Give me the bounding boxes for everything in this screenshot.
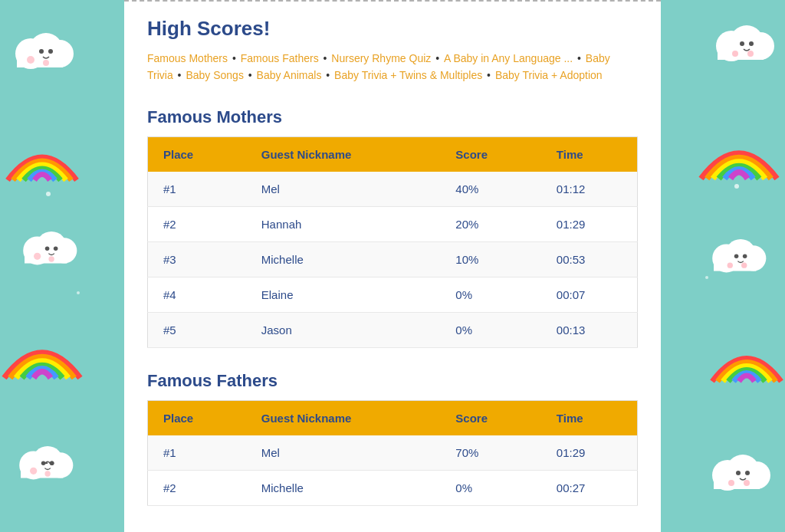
- famous-fathers-tbody: #1Mel70%01:29#2Michelle0%00:27: [148, 435, 638, 506]
- svg-point-16: [19, 451, 48, 479]
- svg-point-39: [743, 254, 747, 258]
- svg-point-30: [740, 41, 744, 46]
- svg-point-42: [712, 460, 743, 491]
- cell-nickname: Elaine: [246, 277, 441, 312]
- separator-7: •: [326, 69, 333, 81]
- svg-point-7: [48, 49, 53, 54]
- svg-point-47: [745, 471, 750, 475]
- cell-score: 40%: [440, 172, 541, 207]
- cell-time: 01:29: [541, 206, 638, 241]
- famous-mothers-title: Famous Mothers: [147, 107, 638, 127]
- separator-5: •: [178, 69, 185, 81]
- nav-link-nursery-rhyme[interactable]: Nursery Rhyme Quiz: [331, 52, 431, 64]
- svg-point-2: [46, 40, 74, 67]
- svg-rect-45: [714, 475, 760, 489]
- svg-rect-3: [17, 54, 63, 67]
- svg-point-26: [716, 31, 747, 61]
- cell-score: 70%: [440, 435, 541, 471]
- col-nickname-header: Guest Nickname: [246, 136, 441, 172]
- cell-nickname: Michelle: [246, 241, 441, 277]
- svg-point-27: [730, 25, 764, 59]
- svg-point-33: [747, 51, 754, 57]
- nav-link-famous-mothers[interactable]: Famous Mothers: [147, 52, 228, 64]
- nav-link-baby-language[interactable]: A Baby in Any Language ...: [444, 52, 573, 64]
- svg-point-1: [29, 33, 63, 67]
- table-row: #2Hannah20%01:29: [148, 206, 638, 241]
- table-row: #1Mel70%01:29: [148, 435, 638, 471]
- cell-score: 0%: [440, 277, 541, 312]
- cell-score: 0%: [440, 470, 541, 505]
- cell-place: #5: [148, 312, 246, 347]
- separator-4: •: [577, 52, 584, 64]
- svg-point-10: [51, 238, 77, 263]
- cell-place: #4: [148, 277, 246, 312]
- cell-time: 01:12: [541, 172, 638, 207]
- svg-point-31: [749, 41, 754, 46]
- svg-point-32: [732, 51, 738, 57]
- rainbow-right-1: [697, 123, 781, 184]
- cell-place: #1: [148, 172, 246, 207]
- svg-point-41: [741, 262, 747, 268]
- svg-point-18: [48, 452, 73, 478]
- svg-point-43: [726, 455, 760, 488]
- cloud-right-1: [708, 15, 777, 65]
- cell-time: 01:29: [541, 435, 638, 471]
- nav-link-baby-songs[interactable]: Baby Songs: [186, 69, 244, 81]
- svg-point-5: [43, 60, 49, 66]
- page-title: High Scores!: [147, 17, 638, 41]
- famous-fathers-header-row: Place Guest Nickname Score Time: [148, 400, 638, 435]
- nav-links: Famous Mothers • Famous Fathers • Nurser…: [147, 50, 638, 84]
- svg-point-21: [44, 471, 50, 476]
- nav-link-twins[interactable]: Baby Trivia + Twins & Multiples: [334, 69, 482, 81]
- svg-point-15: [54, 246, 58, 251]
- nav-link-adoption[interactable]: Baby Trivia + Adoption: [495, 69, 603, 81]
- cloud-right-3: [705, 445, 774, 494]
- cell-time: 00:27: [541, 470, 638, 505]
- svg-point-40: [728, 262, 733, 268]
- col-place-header: Place: [148, 136, 246, 172]
- cell-time: 00:07: [541, 277, 638, 312]
- cloud-decoration-3: [11, 437, 77, 483]
- svg-point-14: [45, 246, 50, 251]
- cell-score: 20%: [440, 206, 541, 241]
- svg-point-28: [747, 32, 774, 60]
- svg-point-38: [734, 254, 739, 258]
- separator-2: •: [324, 52, 330, 64]
- cell-place: #2: [148, 206, 246, 241]
- cell-nickname: Mel: [246, 435, 441, 471]
- separator-3: •: [435, 52, 442, 64]
- svg-rect-37: [714, 258, 756, 271]
- cell-time: 00:13: [541, 312, 638, 347]
- svg-point-0: [15, 38, 46, 69]
- cell-nickname: Mel: [246, 172, 441, 207]
- svg-point-22: [41, 461, 46, 465]
- svg-rect-29: [718, 46, 764, 60]
- cell-place: #1: [148, 435, 246, 471]
- svg-rect-19: [21, 465, 63, 478]
- col-score-header-f: Score: [440, 400, 541, 435]
- cloud-decoration-2: [15, 222, 80, 268]
- rainbow-right-2: [708, 330, 785, 387]
- col-place-header-f: Place: [148, 400, 246, 435]
- svg-point-34: [712, 244, 741, 272]
- cloud-decoration: [8, 23, 77, 73]
- svg-point-46: [736, 471, 741, 475]
- svg-point-48: [728, 480, 734, 486]
- svg-point-12: [34, 253, 41, 260]
- svg-point-8: [23, 236, 51, 264]
- svg-point-44: [743, 461, 770, 489]
- famous-fathers-title: Famous Fathers: [147, 371, 638, 391]
- nav-link-baby-animals[interactable]: Baby Animals: [257, 69, 322, 81]
- separator-1: •: [232, 52, 239, 64]
- svg-point-35: [725, 239, 757, 271]
- svg-point-25: [50, 461, 54, 465]
- svg-point-13: [48, 256, 54, 261]
- nav-link-famous-fathers[interactable]: Famous Fathers: [241, 52, 319, 64]
- svg-point-17: [32, 446, 64, 478]
- rainbow-decoration: [4, 130, 80, 184]
- svg-point-20: [30, 468, 37, 475]
- col-time-header-f: Time: [541, 400, 638, 435]
- table-row: #5Jason0%00:13: [148, 312, 638, 347]
- cell-score: 0%: [440, 312, 541, 347]
- cloud-right-2: [705, 230, 770, 276]
